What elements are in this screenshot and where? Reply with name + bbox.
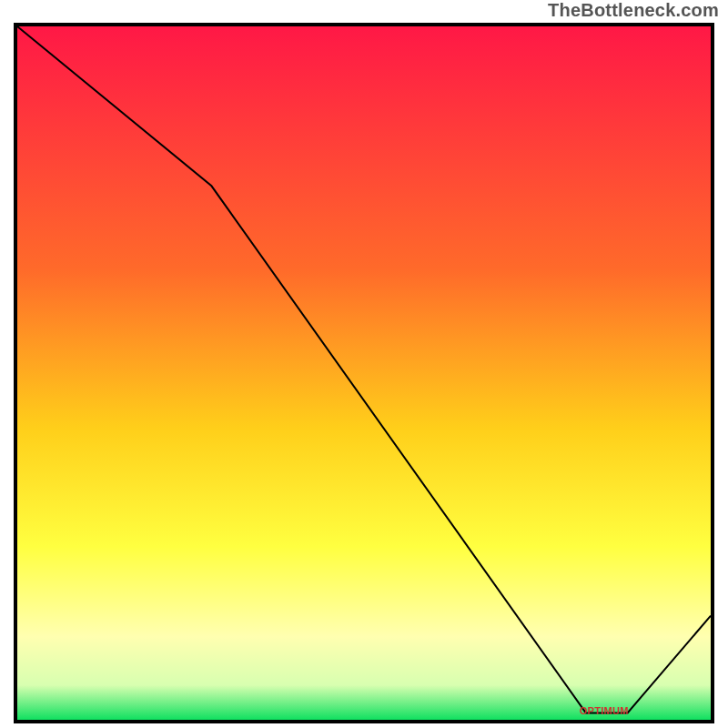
plot-background <box>17 26 711 720</box>
plot-svg: OPTIMUM <box>14 23 714 723</box>
optimum-label: OPTIMUM <box>580 705 629 716</box>
credit-label: TheBottleneck.com <box>548 0 719 21</box>
chart-container: { "credit": "TheBottleneck.com", "footer… <box>0 0 728 728</box>
